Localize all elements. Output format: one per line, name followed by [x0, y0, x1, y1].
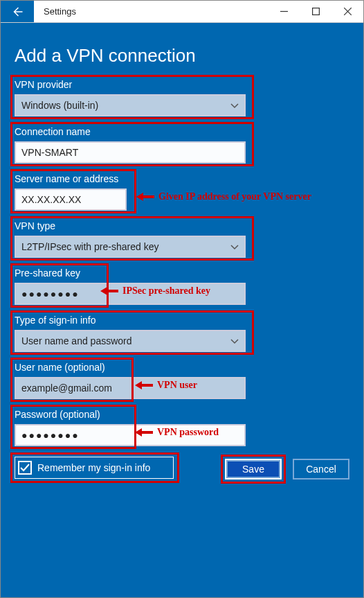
maximize-icon [312, 8, 320, 15]
settings-window: Settings Add a VPN connection VPN provid… [0, 0, 364, 598]
input-value: VPN-SMART [21, 147, 78, 158]
select-signin-type[interactable]: User name and password [15, 330, 246, 352]
titlebar: Settings [1, 1, 363, 23]
input-value: ●●●●●●●● [21, 288, 80, 299]
remember-label: Remember my sign-in info [37, 462, 150, 473]
label-vpn-provider: VPN provider [15, 79, 349, 90]
button-row: Save Cancel [225, 459, 349, 480]
minimize-button[interactable] [268, 1, 300, 22]
chevron-down-icon [230, 241, 239, 252]
label-pass: Password (optional) [15, 409, 349, 420]
field-connection-name: Connection name VPN-SMART [15, 126, 349, 164]
input-value: XX.XX.XX.XX [21, 194, 81, 205]
minimize-icon [280, 8, 288, 15]
input-username[interactable]: example@gmail.com [15, 377, 246, 399]
page-title: Add a VPN connection [15, 45, 349, 67]
arrow-left-icon [135, 428, 153, 437]
field-username: User name (optional) example@gmail.com V… [15, 362, 349, 399]
svg-rect-0 [312, 8, 319, 15]
input-value: ●●●●●●●● [21, 430, 80, 441]
input-server[interactable]: XX.XX.XX.XX [15, 188, 127, 211]
footer-row: Remember my sign-in info Save Cancel [15, 456, 349, 480]
annotation-server: Given IP address of your VPN server [136, 191, 311, 202]
save-button[interactable]: Save [225, 459, 282, 480]
field-psk: Pre-shared key ●●●●●●●● IPSec pre-shared… [15, 267, 349, 305]
select-vpn-provider[interactable]: Windows (built-in) [15, 94, 246, 116]
input-connection-name[interactable]: VPN-SMART [15, 141, 246, 164]
select-value: User name and password [21, 335, 132, 346]
select-value: L2TP/IPsec with pre-shared key [21, 241, 158, 252]
annotation-user: VPN user [135, 380, 197, 391]
chevron-down-icon [230, 100, 239, 111]
chevron-down-icon [230, 335, 239, 346]
label-signin: Type of sign-in info [15, 315, 349, 326]
cancel-button[interactable]: Cancel [293, 459, 349, 480]
label-vpn-type: VPN type [15, 220, 349, 231]
annotation-pass: VPN password [135, 427, 219, 438]
close-button[interactable] [331, 1, 363, 22]
arrow-left-icon [11, 6, 24, 18]
field-vpn-type: VPN type L2TP/IPsec with pre-shared key [15, 220, 349, 258]
arrow-left-icon [100, 286, 118, 296]
label-connection-name: Connection name [15, 126, 349, 137]
remember-checkbox[interactable]: Remember my sign-in info [15, 457, 174, 479]
field-password: Password (optional) ●●●●●●●● VPN passwor… [15, 409, 349, 446]
field-signin-type: Type of sign-in info User name and passw… [15, 315, 349, 352]
back-button[interactable] [1, 1, 34, 22]
content-area: Add a VPN connection VPN provider Window… [1, 23, 363, 597]
window-title: Settings [34, 1, 76, 22]
maximize-button[interactable] [300, 1, 331, 22]
select-vpn-type[interactable]: L2TP/IPsec with pre-shared key [15, 236, 246, 258]
field-vpn-provider: VPN provider Windows (built-in) [15, 79, 349, 116]
close-icon [344, 8, 352, 15]
field-server-name: Server name or address XX.XX.XX.XX Given… [15, 173, 349, 211]
label-user: User name (optional) [15, 362, 349, 373]
annotation-psk: IPSec pre-shared key [100, 285, 210, 297]
select-value: Windows (built-in) [21, 100, 98, 111]
checkbox-checked-icon [18, 461, 32, 475]
arrow-left-icon [136, 192, 154, 202]
label-psk: Pre-shared key [15, 267, 349, 279]
arrow-left-icon [135, 380, 153, 390]
label-server: Server name or address [15, 173, 349, 184]
input-value: example@gmail.com [21, 382, 112, 394]
